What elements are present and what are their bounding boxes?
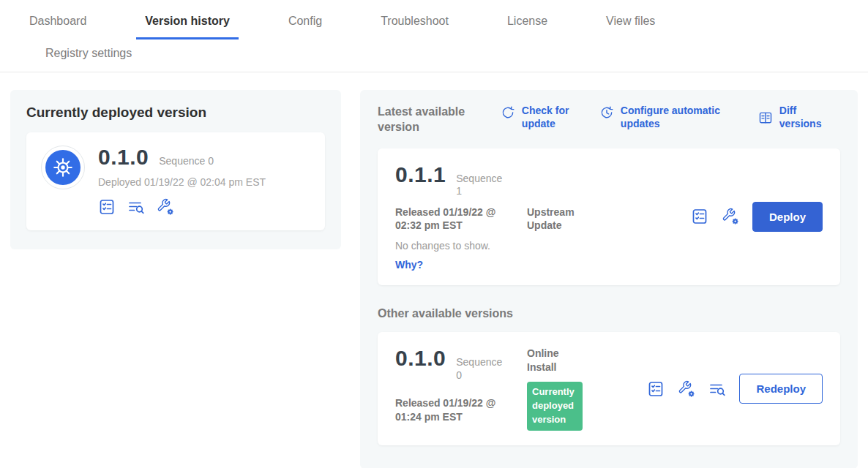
latest-card-actions: Deploy [691, 202, 823, 232]
why-link[interactable]: Why? [395, 259, 637, 271]
other-versions-title: Other available versions [378, 307, 840, 320]
check-for-update-label: Check for update [522, 105, 577, 130]
schedule-icon [599, 105, 614, 120]
current-card-actions [98, 198, 266, 216]
diff-versions-link[interactable]: Diff versions [758, 105, 840, 130]
nav-tab-row-2: Registry settings [0, 39, 868, 72]
latest-version-line: 0.1.1 Sequence 1 [395, 163, 637, 198]
tab-troubleshoot[interactable]: Troubleshoot [372, 3, 457, 39]
no-changes-text: No changes to show. [395, 240, 637, 252]
deploy-logs-icon[interactable] [708, 380, 726, 398]
release-notes-icon[interactable] [647, 380, 665, 398]
latest-version-card: 0.1.1 Sequence 1 Released 01/19/22 @ 02:… [378, 148, 840, 286]
currently-deployed-panel: Currently deployed version 0.1.0 Sequenc… [10, 90, 341, 249]
configure-automatic-updates-link[interactable]: Configure automatic updates [599, 105, 736, 130]
redeploy-button[interactable]: Redeploy [739, 374, 823, 404]
latest-version-source: Upstream Update [527, 205, 588, 233]
currently-deployed-title: Currently deployed version [26, 105, 325, 121]
other-source-block: Online Install Currently deployed versio… [527, 347, 644, 430]
top-navigation: Dashboard Version history Config Trouble… [0, 0, 868, 72]
latest-released-timestamp: Released 01/19/22 @ 02:32 pm EST [395, 205, 514, 233]
latest-version-header: Latest available version Check for updat… [378, 105, 840, 135]
latest-sequence-label: Sequence 1 [456, 173, 503, 198]
current-sequence-label: Sequence 0 [159, 155, 214, 168]
other-sequence-label: Sequence 0 [456, 356, 503, 382]
current-version-details: 0.1.0 Sequence 0 Deployed 01/19/22 @ 02:… [98, 146, 266, 216]
check-for-update-link[interactable]: Check for update [501, 105, 577, 130]
other-version-source: Online Install [527, 347, 588, 374]
deploy-logs-icon[interactable] [127, 198, 145, 216]
latest-version-title: Latest available version [378, 105, 486, 135]
edit-config-icon[interactable] [678, 380, 695, 398]
configure-automatic-updates-label: Configure automatic updates [621, 105, 736, 130]
deploy-button[interactable]: Deploy [752, 202, 823, 232]
latest-version-number: 0.1.1 [395, 163, 446, 186]
current-version-number: 0.1.0 [98, 146, 149, 169]
release-notes-icon[interactable] [98, 198, 116, 216]
tab-config[interactable]: Config [280, 3, 331, 39]
diff-versions-label: Diff versions [779, 105, 840, 130]
tab-license[interactable]: License [498, 3, 556, 39]
nav-tab-row-1: Dashboard Version history Config Trouble… [0, 3, 868, 39]
edit-config-icon[interactable] [722, 208, 739, 225]
other-released-timestamp: Released 01/19/22 @ 01:24 pm EST [395, 396, 514, 431]
refresh-icon [501, 105, 515, 120]
tab-version-history[interactable]: Version history [136, 3, 239, 39]
current-deployed-timestamp: Deployed 01/19/22 @ 02:04 pm EST [98, 176, 266, 188]
available-versions-panel: Latest available version Check for updat… [360, 90, 858, 468]
currently-deployed-badge: Currently deployed version [527, 382, 583, 431]
other-card-actions: Redeploy [647, 374, 823, 404]
tab-registry-settings[interactable]: Registry settings [37, 39, 141, 72]
tab-view-files[interactable]: View files [597, 3, 664, 39]
currently-deployed-card: 0.1.0 Sequence 0 Deployed 01/19/22 @ 02:… [26, 132, 325, 230]
diff-icon [758, 110, 773, 125]
main-content: Currently deployed version 0.1.0 Sequenc… [0, 72, 868, 468]
app-icon-ring [41, 146, 85, 189]
edit-config-icon[interactable] [157, 198, 174, 216]
release-notes-icon[interactable] [691, 208, 708, 225]
other-version-card: 0.1.0 Sequence 0 Released 01/19/22 @ 01:… [378, 332, 840, 445]
kubernetes-wheel-icon [45, 150, 81, 185]
other-version-line: 0.1.0 Sequence 0 [395, 347, 527, 388]
tab-dashboard[interactable]: Dashboard [20, 3, 95, 39]
other-version-number: 0.1.0 [395, 347, 446, 370]
